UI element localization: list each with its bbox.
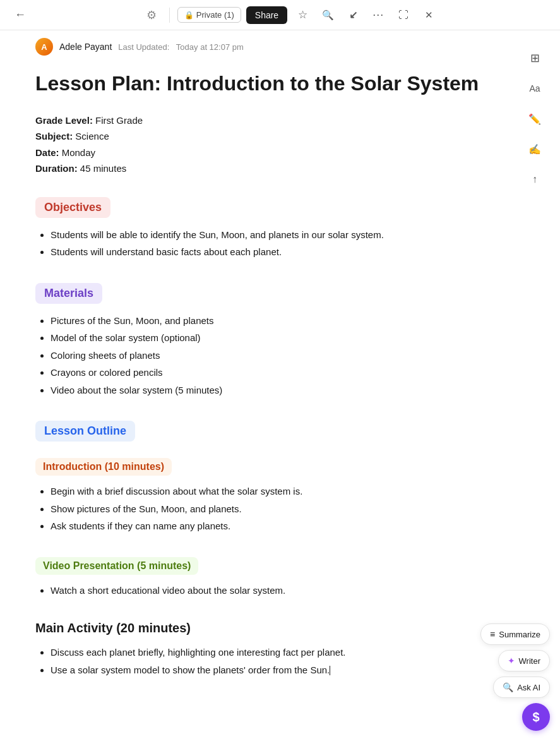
last-updated-value: Today at 12:07 pm — [176, 42, 244, 52]
last-updated-label: Last Updated: — [118, 42, 169, 52]
document-title[interactable]: Lesson Plan: Introduction to the Solar S… — [35, 71, 482, 97]
list-item: Watch a short educational video about th… — [51, 582, 482, 599]
back-icon: ← — [15, 8, 26, 21]
layout-button[interactable]: ⊞ — [525, 48, 545, 68]
lesson-outline-section: Lesson Outline Introduction (10 minutes)… — [35, 421, 482, 678]
date-value: Monday — [62, 147, 95, 158]
list-item: Show pictures of the Sun, Moon, and plan… — [51, 501, 482, 517]
font-button[interactable]: Aa — [525, 78, 545, 99]
settings-button[interactable]: ⚙ — [141, 5, 162, 25]
toolbar: ← ⚙ 🔒 Private (1) Share ☆ 🔍 ↙ ··· ⛶ ✕ — [0, 0, 560, 30]
settings-icon: ⚙ — [146, 8, 157, 22]
layout-icon: ⊞ — [530, 51, 540, 65]
main-content: Lesson Plan: Introduction to the Solar S… — [0, 61, 518, 738]
close-icon: ✕ — [425, 9, 433, 21]
grade-level-label: Grade Level: — [35, 115, 93, 126]
list-item: Ask students if they can name any planet… — [51, 518, 482, 534]
writer-button[interactable]: ✦ Writer — [498, 650, 550, 671]
list-item: Use a solar system model to show the pla… — [51, 662, 482, 678]
video-presentation-subsection: Video Presentation (5 minutes) Watch a s… — [35, 557, 482, 599]
subject-value: Science — [75, 131, 109, 141]
grade-level-value: First Grade — [95, 115, 143, 126]
materials-list: Pictures of the Sun, Moon, and planets M… — [35, 313, 482, 399]
ask-ai-button[interactable]: 🔍 Ask AI — [493, 677, 550, 698]
share-icon-button[interactable]: ↑ — [525, 169, 545, 190]
duration-line: Duration: 45 minutes — [35, 160, 482, 177]
last-updated: Last Updated: Today at 12:07 pm — [118, 42, 244, 52]
search-icon: 🔍 — [322, 9, 334, 21]
date-label: Date: — [35, 147, 59, 158]
lesson-outline-heading: Lesson Outline — [35, 421, 135, 442]
toolbar-left: ← — [10, 5, 30, 25]
list-item: Begin with a brief discussion about what… — [51, 483, 482, 500]
edit-icon: ✏️ — [528, 113, 541, 125]
download-button[interactable]: ↙ — [343, 5, 363, 25]
close-button[interactable]: ✕ — [419, 5, 439, 25]
ask-ai-label: Ask AI — [517, 683, 540, 692]
toolbar-center: ⚙ 🔒 Private (1) Share ☆ 🔍 ↙ ··· ⛶ ✕ — [141, 5, 439, 25]
more-button[interactable]: ··· — [368, 5, 388, 25]
floating-buttons: ≡ Summarize ✦ Writer 🔍 Ask AI $ — [480, 623, 550, 731]
summarize-button[interactable]: ≡ Summarize — [480, 623, 550, 645]
materials-section: Materials Pictures of the Sun, Moon, and… — [35, 283, 482, 399]
metadata: Grade Level: First Grade Subject: Scienc… — [35, 112, 482, 177]
draw-button[interactable]: ✍️ — [525, 139, 545, 159]
list-item: Students will understand basic facts abo… — [51, 244, 482, 260]
list-item: Students will be able to identify the Su… — [51, 227, 482, 243]
private-label: Private (1) — [196, 10, 234, 20]
summarize-icon: ≡ — [490, 629, 495, 639]
grade-level-line: Grade Level: First Grade — [35, 112, 482, 129]
edit-button[interactable]: ✏️ — [525, 109, 545, 129]
avatar: A — [35, 38, 53, 56]
subject-line: Subject: Science — [35, 128, 482, 145]
avatar-initials: A — [41, 42, 47, 52]
fullscreen-button[interactable]: ⛶ — [393, 5, 414, 25]
content-area: Lesson Plan: Introduction to the Solar S… — [0, 61, 560, 746]
circle-action-button[interactable]: $ — [522, 703, 550, 731]
list-item: Coloring sheets of planets — [51, 347, 482, 364]
main-activity-subsection: Main Activity (20 minutes) Discuss each … — [35, 621, 482, 678]
objectives-section: Objectives Students will be able to iden… — [35, 197, 482, 260]
list-item: Discuss each planet briefly, highlightin… — [51, 644, 482, 661]
introduction-heading: Introduction (10 minutes) — [35, 458, 172, 476]
draw-icon: ✍️ — [528, 143, 541, 155]
video-presentation-list: Watch a short educational video about th… — [35, 582, 482, 599]
main-activity-heading: Main Activity (20 minutes) — [35, 621, 482, 635]
summarize-label: Summarize — [499, 630, 540, 639]
date-line: Date: Monday — [35, 145, 482, 161]
introduction-list: Begin with a brief discussion about what… — [35, 483, 482, 534]
private-button[interactable]: 🔒 Private (1) — [177, 7, 241, 23]
list-item: Model of the solar system (optional) — [51, 330, 482, 346]
objectives-list: Students will be able to identify the Su… — [35, 227, 482, 260]
author-row: A Adele Payant Last Updated: Today at 12… — [0, 30, 560, 61]
subject-label: Subject: — [35, 131, 73, 141]
star-button[interactable]: ☆ — [292, 5, 313, 25]
font-icon: Aa — [529, 83, 540, 93]
introduction-subsection: Introduction (10 minutes) Begin with a b… — [35, 458, 482, 534]
writer-label: Writer — [519, 656, 540, 666]
author-name: Adele Payant — [59, 42, 112, 52]
circle-icon: $ — [532, 710, 539, 725]
more-icon: ··· — [372, 8, 384, 21]
back-button[interactable]: ← — [10, 5, 30, 25]
share-icon: ↑ — [532, 174, 537, 185]
search-button[interactable]: 🔍 — [318, 5, 338, 25]
list-item: Crayons or colored pencils — [51, 364, 482, 381]
share-button[interactable]: Share — [246, 6, 287, 24]
text-cursor — [330, 666, 330, 675]
star-icon: ☆ — [298, 8, 307, 21]
objectives-heading: Objectives — [35, 197, 110, 218]
list-item: Video about the solar system (5 minutes) — [51, 382, 482, 399]
video-presentation-heading: Video Presentation (5 minutes) — [35, 557, 198, 575]
download-icon: ↙ — [349, 9, 357, 21]
main-activity-list: Discuss each planet briefly, highlightin… — [35, 644, 482, 678]
list-item-text: Use a solar system model to show the pla… — [51, 665, 330, 675]
list-item: Pictures of the Sun, Moon, and planets — [51, 313, 482, 329]
writer-icon: ✦ — [508, 656, 515, 666]
duration-label: Duration: — [35, 163, 78, 174]
duration-value: 45 minutes — [80, 163, 126, 174]
ask-ai-icon: 🔍 — [503, 682, 513, 692]
lock-icon: 🔒 — [184, 11, 194, 20]
fullscreen-icon: ⛶ — [398, 9, 408, 21]
materials-heading: Materials — [35, 283, 102, 304]
